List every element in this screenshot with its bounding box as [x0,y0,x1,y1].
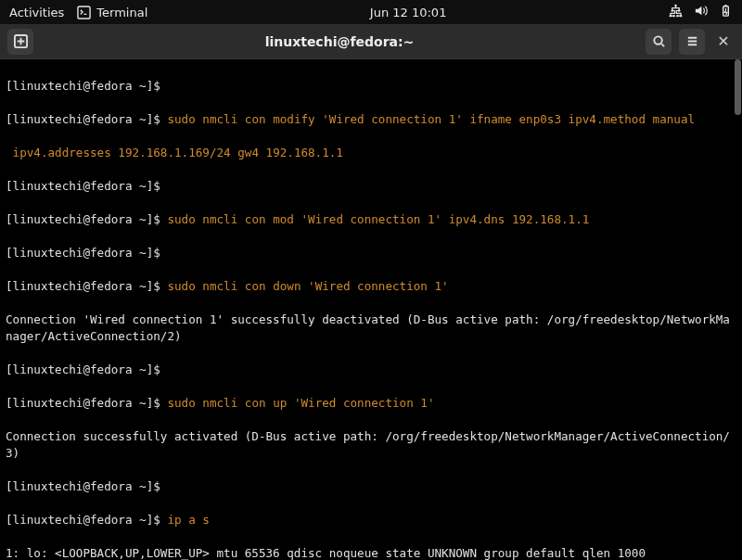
command-text: ipv4.addresses 192.168.1.169/24 gw4 192.… [6,146,343,159]
prompt: [linuxtechi@fedora ~]$ [6,279,160,293]
menu-button[interactable] [679,29,705,55]
new-tab-button[interactable] [7,29,33,55]
search-icon [652,34,666,48]
output-line: Connection 'Wired connection 1' successf… [6,312,736,345]
svg-point-6 [676,15,678,17]
power-icon[interactable] [719,4,733,20]
prompt: [linuxtechi@fedora ~]$ [6,479,160,493]
svg-point-4 [670,15,672,17]
prompt: [linuxtechi@fedora ~]$ [6,212,160,226]
gnome-topbar: Activities Terminal Jun 12 10:01 [0,0,742,24]
svg-point-2 [672,9,673,11]
activities-button[interactable]: Activities [9,6,64,19]
search-button[interactable] [646,29,672,55]
prompt: [linuxtechi@fedora ~]$ [6,396,160,410]
volume-icon[interactable] [694,4,708,20]
terminal-scrollbar[interactable] [734,59,742,560]
output-line: 1: lo: <LOOPBACK,UP,LOWER_UP> mtu 65536 … [6,545,736,560]
command-text: sudo nmcli con modify 'Wired connection … [167,112,695,126]
prompt: [linuxtechi@fedora ~]$ [6,513,160,527]
plus-icon [14,34,28,48]
command-text: sudo nmcli con down 'Wired connection 1' [167,279,448,293]
svg-point-11 [654,36,661,44]
network-icon[interactable] [669,4,683,20]
terminal-icon [77,6,91,19]
clock[interactable]: Jun 12 10:01 [159,6,658,19]
command-text: sudo nmcli con mod 'Wired connection 1' … [167,212,589,226]
close-icon: ✕ [717,32,729,50]
app-indicator[interactable]: Terminal [77,6,147,19]
app-indicator-label: Terminal [96,6,147,19]
scrollbar-thumb[interactable] [735,59,741,115]
svg-point-5 [672,15,674,17]
svg-rect-0 [78,6,90,18]
hamburger-icon [685,34,699,48]
close-button[interactable]: ✕ [712,32,735,50]
prompt: [linuxtechi@fedora ~]$ [6,246,160,260]
svg-point-7 [680,15,682,17]
svg-rect-9 [725,5,727,6]
command-text: ip a s [167,513,210,527]
window-titlebar: linuxtechi@fedora:~ ✕ [0,24,742,59]
svg-point-1 [674,5,676,6]
terminal-output[interactable]: [linuxtechi@fedora ~]$ [linuxtechi@fedor… [0,59,742,560]
output-line: Connection successfully activated (D-Bus… [6,428,736,462]
prompt: [linuxtechi@fedora ~]$ [6,363,160,376]
prompt: [linuxtechi@fedora ~]$ [6,112,160,126]
window-title: linuxtechi@fedora:~ [41,34,638,49]
prompt: [linuxtechi@fedora ~]$ [6,79,160,93]
command-text: sudo nmcli con up 'Wired connection 1' [167,396,434,410]
svg-point-3 [678,9,680,11]
prompt: [linuxtechi@fedora ~]$ [6,179,160,193]
